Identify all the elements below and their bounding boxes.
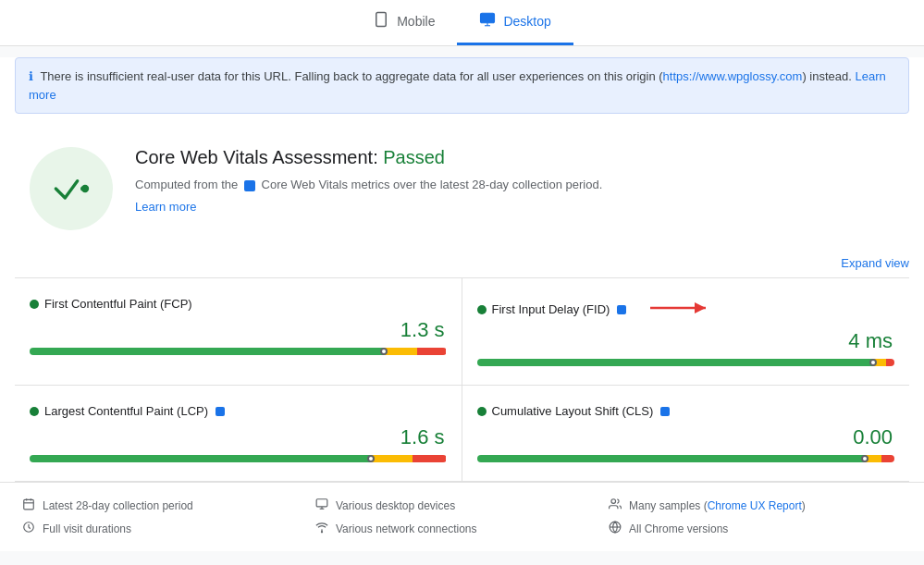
expand-view-button[interactable]: Expand view	[841, 256, 909, 270]
learn-more-link[interactable]: Learn more	[135, 200, 196, 214]
assessment-section: Core Web Vitals Assessment: Passed Compu…	[0, 125, 924, 252]
metric-lcp-header: Largest Contentful Paint (LCP)	[30, 404, 447, 418]
mobile-icon	[373, 11, 389, 31]
metric-fcp-value: 1.3 s	[30, 318, 447, 342]
metric-fcp-name: First Contentful Paint (FCP)	[44, 297, 192, 311]
footer-chrome-text: All Chrome versions	[629, 522, 728, 535]
metrics-grid: First Contentful Paint (FCP) 1.3 s First…	[15, 278, 909, 482]
assessment-status: Passed	[383, 147, 445, 167]
metric-cls-bar	[477, 455, 895, 462]
footer-collection-text: Latest 28-day collection period	[43, 499, 193, 512]
footer-samples: Many samples (Chrome UX Report)	[609, 497, 902, 513]
dot-lcp	[30, 407, 39, 416]
main-content: ℹ There is insufficient real-user data f…	[0, 57, 924, 551]
footer-devices: Various desktop devices	[315, 497, 609, 513]
banner-text-after: ) instead.	[802, 69, 855, 83]
footer-collection-period: Latest 28-day collection period	[22, 497, 315, 513]
arrow-annotation	[641, 297, 715, 322]
desktop-icon-tab	[479, 11, 496, 31]
metric-fid-bar	[477, 359, 895, 366]
metric-fcp-header: First Contentful Paint (FCP)	[30, 297, 447, 311]
assessment-icon	[30, 147, 113, 230]
footer-devices-text: Various desktop devices	[336, 499, 455, 512]
timer-icon	[22, 521, 35, 536]
metric-lcp: Largest Contentful Paint (LCP) 1.6 s	[15, 386, 462, 482]
metric-fcp-bar	[30, 348, 447, 355]
metric-cls-value: 0.00	[477, 425, 895, 449]
assessment-subtitle: Computed from the Core Web Vitals metric…	[135, 176, 602, 195]
metric-cls-header: Cumulative Layout Shift (CLS)	[477, 404, 895, 418]
calendar-icon	[22, 497, 35, 513]
desktop-devices-icon	[315, 497, 328, 513]
crux-lcp-icon	[216, 407, 225, 416]
dot-cls	[477, 407, 487, 416]
metric-fid-name: First Input Delay (FID)	[492, 302, 610, 316]
metric-lcp-name: Largest Contentful Paint (LCP)	[44, 404, 208, 418]
info-icon: ℹ	[29, 69, 33, 83]
svg-rect-14	[316, 499, 327, 507]
svg-point-17	[321, 532, 322, 533]
tab-desktop[interactable]: Desktop	[457, 0, 573, 45]
tab-mobile[interactable]: Mobile	[351, 0, 457, 45]
footer-visit-text: Full visit durations	[43, 522, 131, 535]
metric-lcp-value: 1.6 s	[30, 425, 447, 449]
crux-cls-icon	[660, 407, 670, 416]
metric-fcp: First Contentful Paint (FCP) 1.3 s	[15, 278, 462, 386]
footer-samples-text: Many samples (Chrome UX Report)	[629, 499, 806, 512]
metric-lcp-bar	[30, 455, 447, 462]
svg-rect-2	[481, 13, 495, 23]
tab-desktop-label: Desktop	[503, 14, 550, 29]
svg-marker-8	[695, 302, 706, 313]
globe-icon	[609, 521, 622, 536]
expand-bar: Expand view	[0, 252, 924, 277]
dot-fcp	[30, 300, 39, 309]
crux-report-link[interactable]: Chrome UX Report	[708, 499, 802, 512]
metric-fid-header: First Input Delay (FID)	[477, 297, 895, 322]
svg-point-18	[611, 499, 616, 504]
crux-fid-icon	[617, 305, 626, 314]
footer-network: Various network connections	[315, 521, 609, 536]
assessment-title: Core Web Vitals Assessment: Passed	[135, 147, 602, 168]
metric-fid-value: 4 ms	[477, 329, 895, 353]
svg-rect-9	[24, 499, 34, 510]
footer-col-2: Various desktop devices Various network …	[315, 497, 609, 536]
dot-fid	[477, 305, 487, 314]
network-icon	[315, 521, 328, 536]
svg-point-6	[80, 187, 85, 191]
metric-cls: Cumulative Layout Shift (CLS) 0.00	[462, 386, 910, 482]
banner-text: There is insufficient real-user data for…	[40, 69, 662, 83]
footer-network-text: Various network connections	[336, 522, 477, 535]
footer-info: Latest 28-day collection period Full vis…	[0, 482, 924, 551]
metric-cls-name: Cumulative Layout Shift (CLS)	[492, 404, 654, 418]
footer-col-1: Latest 28-day collection period Full vis…	[22, 497, 315, 536]
crux-icon	[244, 180, 255, 191]
metric-fid: First Input Delay (FID) 4 ms	[462, 278, 910, 386]
tab-bar: Mobile Desktop	[0, 0, 924, 46]
assessment-content: Core Web Vitals Assessment: Passed Compu…	[135, 147, 602, 214]
tab-mobile-label: Mobile	[397, 14, 435, 29]
footer-chrome-versions: All Chrome versions	[609, 521, 902, 536]
users-icon	[609, 497, 622, 513]
footer-col-3: Many samples (Chrome UX Report) All Chro…	[609, 497, 902, 536]
footer-visit-duration: Full visit durations	[22, 521, 315, 536]
banner: ℹ There is insufficient real-user data f…	[15, 57, 909, 114]
banner-origin-link[interactable]: https://www.wpglossy.com	[663, 69, 803, 83]
